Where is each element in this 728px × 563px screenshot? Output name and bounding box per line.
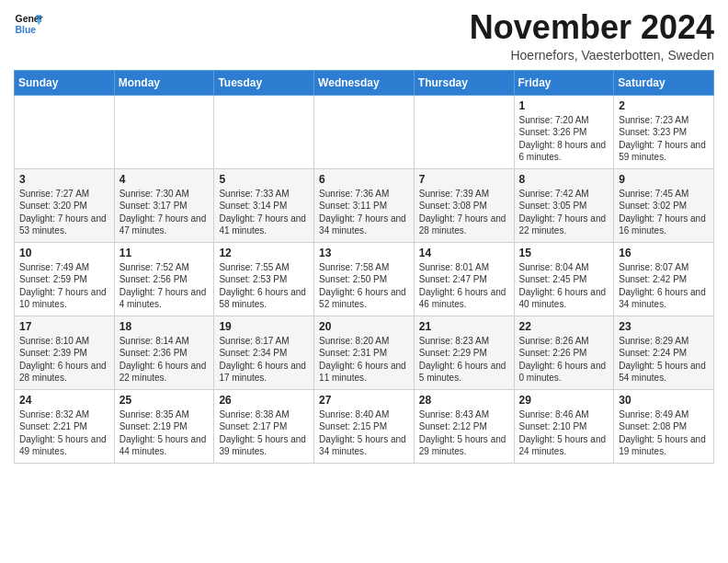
- day-info: Sunrise: 7:33 AM Sunset: 3:14 PM Dayligh…: [219, 188, 309, 237]
- day-number: 2: [619, 99, 709, 112]
- day-info: Sunrise: 8:38 AM Sunset: 2:17 PM Dayligh…: [219, 408, 309, 458]
- day-info: Sunrise: 8:49 AM Sunset: 2:08 PM Dayligh…: [619, 408, 709, 458]
- day-number: 11: [119, 247, 210, 259]
- weekday-sunday: Sunday: [15, 70, 115, 95]
- weekday-wednesday: Wednesday: [314, 70, 415, 95]
- day-number: 15: [519, 247, 609, 259]
- calendar-cell: 4Sunrise: 7:30 AM Sunset: 3:17 PM Daylig…: [114, 168, 214, 242]
- day-info: Sunrise: 7:45 AM Sunset: 3:02 PM Dayligh…: [619, 188, 709, 237]
- calendar-cell: 19Sunrise: 8:17 AM Sunset: 2:34 PM Dayli…: [214, 316, 314, 389]
- calendar-cell: [114, 95, 214, 168]
- day-info: Sunrise: 7:52 AM Sunset: 2:56 PM Dayligh…: [119, 261, 210, 311]
- day-info: Sunrise: 8:29 AM Sunset: 2:24 PM Dayligh…: [619, 335, 709, 385]
- calendar-body: 1Sunrise: 7:20 AM Sunset: 3:26 PM Daylig…: [15, 95, 714, 463]
- calendar-cell: 17Sunrise: 8:10 AM Sunset: 2:39 PM Dayli…: [15, 316, 115, 389]
- day-info: Sunrise: 8:07 AM Sunset: 2:42 PM Dayligh…: [619, 261, 709, 311]
- svg-text:Blue: Blue: [16, 25, 37, 35]
- day-info: Sunrise: 8:23 AM Sunset: 2:29 PM Dayligh…: [419, 335, 509, 385]
- calendar-cell: 3Sunrise: 7:27 AM Sunset: 3:20 PM Daylig…: [15, 168, 115, 242]
- weekday-thursday: Thursday: [414, 70, 514, 95]
- calendar-table: SundayMondayTuesdayWednesdayThursdayFrid…: [14, 70, 714, 464]
- day-number: 14: [419, 247, 509, 259]
- day-number: 4: [119, 173, 210, 186]
- day-number: 18: [119, 320, 210, 333]
- day-number: 26: [219, 394, 309, 407]
- day-info: Sunrise: 8:17 AM Sunset: 2:34 PM Dayligh…: [219, 335, 309, 385]
- calendar-cell: 18Sunrise: 8:14 AM Sunset: 2:36 PM Dayli…: [114, 316, 214, 389]
- weekday-tuesday: Tuesday: [214, 70, 314, 95]
- week-row-5: 24Sunrise: 8:32 AM Sunset: 2:21 PM Dayli…: [15, 389, 714, 463]
- day-number: 22: [519, 320, 609, 333]
- day-info: Sunrise: 7:58 AM Sunset: 2:50 PM Dayligh…: [319, 261, 409, 311]
- day-info: Sunrise: 7:55 AM Sunset: 2:53 PM Dayligh…: [219, 261, 309, 311]
- weekday-friday: Friday: [514, 70, 614, 95]
- week-row-1: 1Sunrise: 7:20 AM Sunset: 3:26 PM Daylig…: [15, 95, 714, 168]
- calendar-cell: 22Sunrise: 8:26 AM Sunset: 2:26 PM Dayli…: [514, 316, 614, 389]
- calendar-cell: 29Sunrise: 8:46 AM Sunset: 2:10 PM Dayli…: [514, 389, 614, 463]
- subtitle: Hoernefors, Vaesterbotten, Sweden: [470, 48, 714, 63]
- day-info: Sunrise: 8:20 AM Sunset: 2:31 PM Dayligh…: [319, 335, 409, 385]
- day-info: Sunrise: 7:36 AM Sunset: 3:11 PM Dayligh…: [319, 188, 409, 237]
- calendar-cell: [314, 95, 415, 168]
- day-number: 29: [519, 394, 609, 407]
- calendar-cell: 11Sunrise: 7:52 AM Sunset: 2:56 PM Dayli…: [114, 242, 214, 316]
- day-info: Sunrise: 7:23 AM Sunset: 3:23 PM Dayligh…: [619, 114, 709, 164]
- week-row-3: 10Sunrise: 7:49 AM Sunset: 2:59 PM Dayli…: [15, 242, 714, 316]
- day-info: Sunrise: 7:30 AM Sunset: 3:17 PM Dayligh…: [119, 188, 210, 237]
- day-number: 24: [19, 394, 109, 407]
- day-info: Sunrise: 8:26 AM Sunset: 2:26 PM Dayligh…: [519, 335, 609, 385]
- calendar-cell: 21Sunrise: 8:23 AM Sunset: 2:29 PM Dayli…: [414, 316, 514, 389]
- day-number: 10: [19, 247, 109, 259]
- day-number: 7: [419, 173, 509, 186]
- calendar-cell: 12Sunrise: 7:55 AM Sunset: 2:53 PM Dayli…: [214, 242, 314, 316]
- day-number: 27: [319, 394, 409, 407]
- day-number: 12: [219, 247, 309, 259]
- calendar-cell: 16Sunrise: 8:07 AM Sunset: 2:42 PM Dayli…: [614, 242, 714, 316]
- calendar-cell: 15Sunrise: 8:04 AM Sunset: 2:45 PM Dayli…: [514, 242, 614, 316]
- header: General Blue November 2024 Hoernefors, V…: [14, 9, 714, 63]
- day-number: 5: [219, 173, 309, 186]
- day-number: 25: [119, 394, 210, 407]
- calendar-cell: 30Sunrise: 8:49 AM Sunset: 2:08 PM Dayli…: [614, 389, 714, 463]
- calendar-cell: 24Sunrise: 8:32 AM Sunset: 2:21 PM Dayli…: [15, 389, 115, 463]
- day-number: 21: [419, 320, 509, 333]
- calendar-cell: 2Sunrise: 7:23 AM Sunset: 3:23 PM Daylig…: [614, 95, 714, 168]
- day-number: 8: [519, 173, 609, 186]
- calendar-cell: 10Sunrise: 7:49 AM Sunset: 2:59 PM Dayli…: [15, 242, 115, 316]
- calendar-cell: 8Sunrise: 7:42 AM Sunset: 3:05 PM Daylig…: [514, 168, 614, 242]
- calendar-cell: [15, 95, 115, 168]
- day-info: Sunrise: 7:39 AM Sunset: 3:08 PM Dayligh…: [419, 188, 509, 237]
- title-area: November 2024 Hoernefors, Vaesterbotten,…: [470, 9, 714, 63]
- day-number: 20: [319, 320, 409, 333]
- day-info: Sunrise: 7:42 AM Sunset: 3:05 PM Dayligh…: [519, 188, 609, 237]
- logo: General Blue: [14, 9, 43, 39]
- day-info: Sunrise: 8:46 AM Sunset: 2:10 PM Dayligh…: [519, 408, 609, 458]
- day-info: Sunrise: 8:43 AM Sunset: 2:12 PM Dayligh…: [419, 408, 509, 458]
- calendar-cell: 25Sunrise: 8:35 AM Sunset: 2:19 PM Dayli…: [114, 389, 214, 463]
- logo-icon: General Blue: [14, 9, 43, 39]
- day-info: Sunrise: 8:01 AM Sunset: 2:47 PM Dayligh…: [419, 261, 509, 311]
- calendar-cell: 28Sunrise: 8:43 AM Sunset: 2:12 PM Dayli…: [414, 389, 514, 463]
- calendar-cell: 26Sunrise: 8:38 AM Sunset: 2:17 PM Dayli…: [214, 389, 314, 463]
- calendar-cell: 27Sunrise: 8:40 AM Sunset: 2:15 PM Dayli…: [314, 389, 415, 463]
- day-info: Sunrise: 8:35 AM Sunset: 2:19 PM Dayligh…: [119, 408, 210, 458]
- calendar-cell: 7Sunrise: 7:39 AM Sunset: 3:08 PM Daylig…: [414, 168, 514, 242]
- day-info: Sunrise: 8:10 AM Sunset: 2:39 PM Dayligh…: [19, 335, 109, 385]
- day-info: Sunrise: 8:40 AM Sunset: 2:15 PM Dayligh…: [319, 408, 409, 458]
- day-number: 3: [19, 173, 109, 186]
- calendar-cell: 23Sunrise: 8:29 AM Sunset: 2:24 PM Dayli…: [614, 316, 714, 389]
- day-number: 23: [619, 320, 709, 333]
- month-title: November 2024: [470, 9, 714, 46]
- week-row-2: 3Sunrise: 7:27 AM Sunset: 3:20 PM Daylig…: [15, 168, 714, 242]
- day-number: 9: [619, 173, 709, 186]
- day-info: Sunrise: 8:04 AM Sunset: 2:45 PM Dayligh…: [519, 261, 609, 311]
- day-info: Sunrise: 7:20 AM Sunset: 3:26 PM Dayligh…: [519, 114, 609, 164]
- calendar-cell: 6Sunrise: 7:36 AM Sunset: 3:11 PM Daylig…: [314, 168, 415, 242]
- weekday-monday: Monday: [114, 70, 214, 95]
- day-number: 16: [619, 247, 709, 259]
- calendar-cell: 9Sunrise: 7:45 AM Sunset: 3:02 PM Daylig…: [614, 168, 714, 242]
- week-row-4: 17Sunrise: 8:10 AM Sunset: 2:39 PM Dayli…: [15, 316, 714, 389]
- day-number: 28: [419, 394, 509, 407]
- day-info: Sunrise: 7:49 AM Sunset: 2:59 PM Dayligh…: [19, 261, 109, 311]
- day-number: 19: [219, 320, 309, 333]
